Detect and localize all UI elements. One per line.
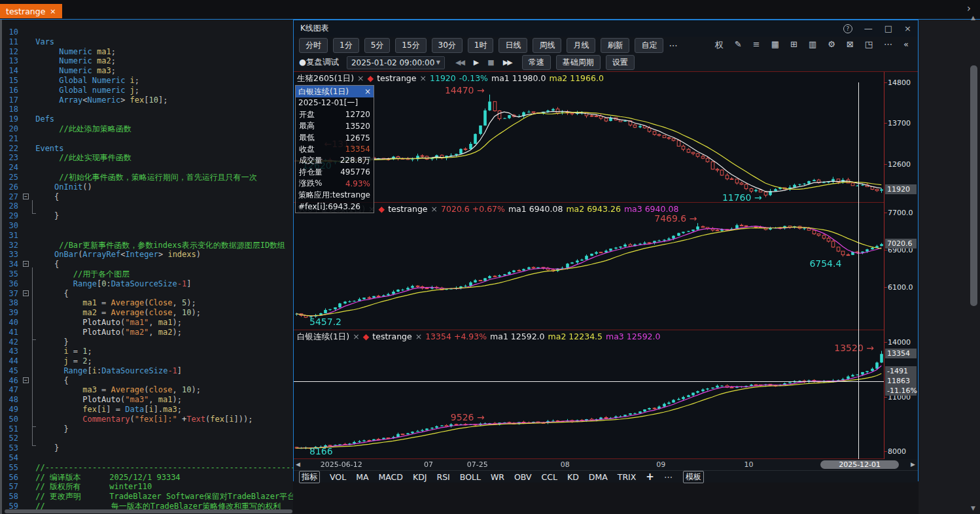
layout-icon[interactable]: ⊞ xyxy=(790,39,797,51)
code-line[interactable]: 50Commentary("fex[i]:" +Text(fex[i])); xyxy=(2,415,293,424)
replay-button-基础周期[interactable]: 基础周期 xyxy=(556,55,601,70)
more-icon[interactable]: ⋯ xyxy=(884,39,892,51)
indicator-item-VOL[interactable]: VOL xyxy=(330,472,346,482)
replay-button-常速[interactable]: 常速 xyxy=(522,55,551,70)
replay-datetime-dropdown[interactable]: 2025-01-02 09:00:00 ▼ xyxy=(347,56,445,69)
close-icon[interactable]: × xyxy=(904,24,911,33)
code-line[interactable]: 36Range[0:DataSourceSize-1] xyxy=(2,279,293,289)
code-line[interactable]: 33OnBar(ArrayRef<Integer> indexs) xyxy=(2,250,293,260)
gear-icon[interactable]: ⚙ xyxy=(828,39,835,51)
tooltip-close-icon[interactable]: × xyxy=(364,87,371,96)
code-line[interactable]: 18 xyxy=(2,105,293,114)
delete-chart-icon[interactable]: ⊠ xyxy=(847,39,854,51)
minimize-icon[interactable]: — xyxy=(864,24,873,33)
code-line[interactable]: 24 xyxy=(2,163,293,173)
editor-tab[interactable]: testrange × xyxy=(0,4,62,18)
code-line[interactable]: 43i = 1; xyxy=(2,347,293,356)
candlestick-canvas[interactable] xyxy=(294,330,884,459)
fast-forward-icon[interactable]: ▶▶ xyxy=(503,58,512,67)
indicator-item-KD[interactable]: KD xyxy=(567,472,579,482)
code-line[interactable]: 40PlotAuto("ma1", ma1); xyxy=(2,318,293,328)
code-line[interactable]: 13Numeric ma2; xyxy=(2,56,293,66)
code-line[interactable]: 27−{ xyxy=(2,192,293,202)
collapse-icon[interactable]: « xyxy=(903,39,909,51)
fold-collapse-icon[interactable]: − xyxy=(23,261,29,267)
code-lines[interactable]: 1011Vars12Numeric ma1;13Numeric ma2;14Nu… xyxy=(2,20,293,511)
code-line[interactable]: 52 xyxy=(2,434,293,443)
period-more-icon[interactable]: ⋯ xyxy=(669,41,678,50)
code-line[interactable]: 42} xyxy=(2,337,293,347)
time-scroll-right-icon[interactable]: ▶ xyxy=(911,461,915,468)
period-button-日线[interactable]: 日线 xyxy=(499,38,527,53)
candle-panel[interactable]: 白银连续(1日)×◆testrange×13354 +4.93%ma1 1259… xyxy=(294,330,884,459)
code-line[interactable]: 49fex[i] = Data[i].ma3; xyxy=(2,405,293,415)
fold-collapse-icon[interactable]: − xyxy=(23,377,29,383)
maximize-icon[interactable]: □ xyxy=(884,24,892,33)
period-button-5分[interactable]: 5分 xyxy=(364,38,391,53)
code-line[interactable]: 21 xyxy=(2,134,293,144)
period-button-分时[interactable]: 分时 xyxy=(299,38,328,53)
period-button-15分[interactable]: 15分 xyxy=(395,38,426,53)
indicator-item-BOLL[interactable]: BOLL xyxy=(460,472,481,482)
code-line[interactable]: 45Range[i:DataSourceSize-1] xyxy=(2,366,293,376)
adjust-icon[interactable]: ≡ xyxy=(753,39,760,51)
code-line[interactable]: 16Global numeric j; xyxy=(2,86,293,95)
indicator-item-WR[interactable]: WR xyxy=(491,472,504,482)
candlestick-canvas[interactable] xyxy=(294,72,884,203)
code-line[interactable]: 23//此处实现事件函数 xyxy=(2,153,293,163)
code-line[interactable]: 41PlotAuto("ma2", ma2); xyxy=(2,328,293,337)
indicator-item-MACD[interactable]: MACD xyxy=(378,472,402,482)
indicator-item-OBV[interactable]: OBV xyxy=(514,472,532,482)
code-line[interactable]: 58// 更改声明 TradeBlazer Software保留对TradeBl… xyxy=(2,492,293,502)
indicator-item-CCL[interactable]: CCL xyxy=(542,472,557,482)
chart-grid-icon[interactable]: ▦ xyxy=(771,39,779,51)
code-line[interactable]: 56// 编译版本 2025/12/1 93334 xyxy=(2,473,293,483)
period-button-自定[interactable]: 自定 xyxy=(635,38,663,53)
editor-hscrollbar-thumb[interactable] xyxy=(5,509,292,513)
tab-close-icon[interactable]: × xyxy=(50,7,56,16)
indicator-item-RSI[interactable]: RSI xyxy=(436,472,449,482)
period-button-刷新[interactable]: 刷新 xyxy=(601,38,629,53)
code-line[interactable]: 29} xyxy=(2,211,293,221)
code-editor[interactable]: 1011Vars12Numeric ma1;13Numeric ma2;14Nu… xyxy=(0,20,293,514)
indicator-more-icon[interactable]: ⋯ xyxy=(664,472,673,482)
code-line[interactable]: 44j = 2; xyxy=(2,356,293,366)
candle-panel[interactable]: 生猪2605(1日)×◆testrange×11920-0.13%ma1 119… xyxy=(294,72,884,203)
fold-collapse-icon[interactable]: − xyxy=(23,290,29,296)
code-line[interactable]: 53} xyxy=(2,443,293,453)
fullscreen-icon[interactable]: ◳ xyxy=(865,39,873,51)
code-line[interactable]: 46−{ xyxy=(2,376,293,386)
indicator-item-MA[interactable]: MA xyxy=(356,472,368,482)
code-line[interactable]: 11Vars xyxy=(2,37,293,47)
draw-icon[interactable]: ✎ xyxy=(735,39,742,51)
period-button-1分[interactable]: 1分 xyxy=(333,38,359,53)
code-line[interactable]: 48PlotAuto("ma3", ma1); xyxy=(2,395,293,405)
code-line[interactable]: 32//Bar更新事件函数，参数indexs表示变化的数据源图层ID数组 xyxy=(2,241,293,250)
code-line[interactable]: 10 xyxy=(2,27,293,37)
candle-panel[interactable]: 500中证连续(1日)×◆testrange×7020.6 +0.67%ma1 … xyxy=(294,203,884,330)
indicator-item-DMA[interactable]: DMA xyxy=(589,472,608,482)
scroll-up-icon[interactable]: ▲ xyxy=(971,14,975,21)
period-button-周线[interactable]: 周线 xyxy=(533,38,561,53)
code-line[interactable]: 35//用于各个图层 xyxy=(2,269,293,279)
step-back-icon[interactable]: ◀◀ xyxy=(455,58,464,67)
code-line[interactable]: 57// 版权所有 winter110 xyxy=(2,482,293,492)
trash-icon[interactable]: ▥ xyxy=(809,39,816,51)
code-line[interactable]: 31 xyxy=(2,231,293,241)
code-line[interactable]: 39ma2 = Average(close, 10); xyxy=(2,308,293,318)
indicator-item-KDJ[interactable]: KDJ xyxy=(413,472,427,482)
scroll-down-icon[interactable]: ▼ xyxy=(971,505,975,511)
code-line[interactable]: 54 xyxy=(2,453,293,463)
period-button-月线[interactable]: 月线 xyxy=(567,38,595,53)
indicator-lead-button[interactable]: 指标 xyxy=(299,471,320,483)
add-indicator-icon[interactable]: + xyxy=(646,471,654,483)
code-line[interactable]: 22Events xyxy=(2,144,293,154)
stop-icon[interactable]: ■ xyxy=(487,58,493,67)
replay-button-设置[interactable]: 设置 xyxy=(606,55,635,70)
fold-collapse-icon[interactable]: − xyxy=(23,194,29,199)
code-line[interactable]: 55//------------------------------------… xyxy=(2,463,293,473)
code-line[interactable]: 34−{ xyxy=(2,260,293,269)
code-line[interactable]: 38ma1 = Average(Close, 5); xyxy=(2,298,293,308)
period-button-1时[interactable]: 1时 xyxy=(468,38,494,53)
code-line[interactable]: 25//初始化事件函数，策略运行期间，首先运行且只有一次 xyxy=(2,173,293,182)
